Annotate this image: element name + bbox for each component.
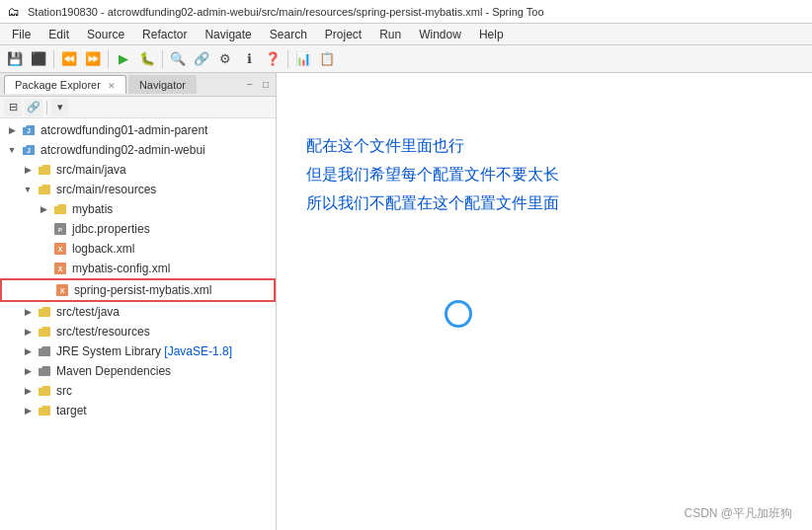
toolbar-sep-1 — [53, 50, 54, 68]
watermark-text: CSDN @平凡加班狗 — [684, 506, 792, 520]
tree-arrow-12[interactable]: ▶ — [20, 346, 36, 356]
tree-icon-15 — [36, 403, 53, 418]
svg-text:X: X — [58, 246, 63, 253]
title-text: Station190830 - atcrowdfunding02-admin-w… — [28, 6, 544, 18]
svg-marker-18 — [39, 366, 50, 376]
tree-label-4: src/main/resources — [56, 183, 156, 196]
menu-help[interactable]: Help — [471, 26, 512, 43]
svg-marker-6 — [54, 204, 66, 214]
tree-item-7[interactable]: Xlogback.xml — [0, 239, 276, 259]
tree-view[interactable]: ▶Jatcrowdfunding01-admin-parent▼Jatcrowd… — [0, 118, 276, 530]
tree-icon-6: P — [51, 221, 69, 237]
menu-edit[interactable]: Edit — [41, 26, 77, 43]
app-icon: 🗂 — [6, 4, 22, 20]
tab-package-explorer[interactable]: Package Explorer ✕ — [4, 75, 126, 94]
annotation-line1: 配在这个文件里面也行 — [306, 132, 559, 161]
tree-item-1[interactable]: ▶Jatcrowdfunding01-admin-parent — [0, 120, 276, 140]
tab-navigator-label: Navigator — [139, 79, 186, 91]
main-area: Package Explorer ✕ Navigator − □ ⊟ 🔗 ▾ ▶… — [0, 73, 812, 530]
tree-item-10[interactable]: ▶src/test/java — [0, 302, 276, 322]
tree-item-11[interactable]: ▶src/test/resources — [0, 322, 276, 341]
tree-item-9[interactable]: Xspring-persist-mybatis.xml — [0, 278, 276, 302]
toolbar-ref[interactable]: 🔗 — [191, 48, 212, 70]
toolbar-run[interactable]: ▶ — [113, 48, 134, 70]
panel-toolbar: ⊟ 🔗 ▾ — [0, 97, 276, 118]
svg-text:P: P — [58, 227, 62, 233]
tree-label-9: spring-persist-mybatis.xml — [74, 283, 211, 297]
tree-item-12[interactable]: ▶JRE System Library [JavaSE-1.8] — [0, 341, 276, 361]
svg-marker-17 — [39, 346, 50, 356]
toolbar-info[interactable]: ℹ — [238, 48, 260, 70]
menu-project[interactable]: Project — [317, 26, 369, 43]
tree-item-14[interactable]: ▶src — [0, 381, 276, 401]
menu-search[interactable]: Search — [262, 26, 315, 43]
panel-minimize[interactable]: − — [244, 78, 256, 91]
svg-marker-19 — [39, 386, 50, 396]
panel-tabs: Package Explorer ✕ Navigator − □ — [0, 73, 276, 97]
tree-item-8[interactable]: Xmybatis-config.xml — [0, 259, 276, 278]
tree-arrow-11[interactable]: ▶ — [20, 327, 36, 337]
tree-label-13: Maven Dependencies — [56, 364, 171, 378]
annotation-line3: 所以我们不配置在这个配置文件里面 — [306, 189, 559, 218]
tree-arrow-10[interactable]: ▶ — [20, 307, 36, 317]
toolbar-help[interactable]: ❓ — [262, 48, 284, 70]
tree-label-6: jdbc.properties — [72, 222, 150, 236]
tree-item-5[interactable]: ▶mybatis — [0, 199, 276, 219]
panel-collapse-all[interactable]: ⊟ — [4, 99, 22, 116]
tree-icon-2: J — [20, 142, 38, 158]
tree-arrow-2[interactable]: ▼ — [4, 145, 20, 155]
tab-package-explorer-label: Package Explorer — [15, 79, 101, 91]
menu-run[interactable]: Run — [371, 26, 409, 43]
tab-navigator[interactable]: Navigator — [128, 75, 197, 94]
tree-label-2: atcrowdfunding02-admin-webui — [41, 143, 205, 157]
tree-arrow-1[interactable]: ▶ — [4, 125, 20, 135]
menu-refactor[interactable]: Refactor — [134, 26, 195, 43]
tree-item-4[interactable]: ▼src/main/resources — [0, 180, 276, 199]
panel-maximize[interactable]: □ — [260, 78, 272, 91]
toolbar-view[interactable]: 📋 — [316, 48, 338, 70]
tree-item-13[interactable]: ▶Maven Dependencies — [0, 361, 276, 381]
menu-file[interactable]: File — [4, 26, 39, 43]
tab-package-explorer-close[interactable]: ✕ — [108, 81, 116, 91]
annotation-line2: 但是我们希望每个配置文件不要太长 — [306, 161, 559, 189]
tree-item-6[interactable]: Pjdbc.properties — [0, 219, 276, 239]
toolbar: 💾 ⬛ ⏪ ⏩ ▶ 🐛 🔍 🔗 ⚙ ℹ ❓ 📊 📋 — [0, 45, 812, 73]
menu-source[interactable]: Source — [79, 26, 132, 43]
tree-item-15[interactable]: ▶target — [0, 401, 276, 420]
menu-window[interactable]: Window — [411, 26, 469, 43]
tree-arrow-3[interactable]: ▶ — [20, 165, 36, 175]
toolbar-sep-3 — [162, 50, 163, 68]
tree-icon-1: J — [20, 122, 38, 138]
tree-arrow-13[interactable]: ▶ — [20, 366, 36, 376]
tree-arrow-5[interactable]: ▶ — [36, 204, 51, 214]
toolbar-search[interactable]: 🔍 — [167, 48, 189, 70]
tree-arrow-4[interactable]: ▼ — [20, 185, 36, 194]
tree-label-7: logback.xml — [72, 242, 134, 256]
toolbar-fwd[interactable]: ⏩ — [82, 48, 104, 70]
tree-label-10: src/test/java — [56, 305, 120, 319]
tree-label-14: src — [56, 384, 72, 398]
toolbar-new[interactable]: 💾 — [4, 48, 26, 70]
toolbar-back[interactable]: ⏪ — [58, 48, 80, 70]
menu-navigate[interactable]: Navigate — [197, 26, 259, 43]
svg-text:X: X — [58, 265, 63, 272]
toolbar-save[interactable]: ⬛ — [28, 48, 49, 70]
left-panel: Package Explorer ✕ Navigator − □ ⊟ 🔗 ▾ ▶… — [0, 73, 277, 530]
svg-marker-16 — [39, 327, 50, 337]
toolbar-debug[interactable]: 🐛 — [136, 48, 158, 70]
panel-toolbar-sep — [46, 101, 47, 114]
toolbar-perspective[interactable]: 📊 — [292, 48, 314, 70]
tree-label-3: src/main/java — [56, 163, 126, 177]
tree-item-2[interactable]: ▼Jatcrowdfunding02-admin-webui — [0, 140, 276, 160]
toolbar-settings[interactable]: ⚙ — [214, 48, 236, 70]
panel-link[interactable]: 🔗 — [25, 99, 42, 116]
tree-label-1: atcrowdfunding01-admin-parent — [41, 123, 207, 137]
tree-item-3[interactable]: ▶src/main/java — [0, 160, 276, 180]
tree-label-15: target — [56, 404, 87, 417]
tree-arrow-14[interactable]: ▶ — [20, 386, 36, 396]
svg-text:J: J — [27, 147, 31, 154]
panel-menu[interactable]: ▾ — [51, 99, 69, 116]
tree-arrow-15[interactable]: ▶ — [20, 406, 36, 416]
svg-marker-20 — [39, 406, 50, 416]
tree-icon-4 — [36, 182, 53, 197]
